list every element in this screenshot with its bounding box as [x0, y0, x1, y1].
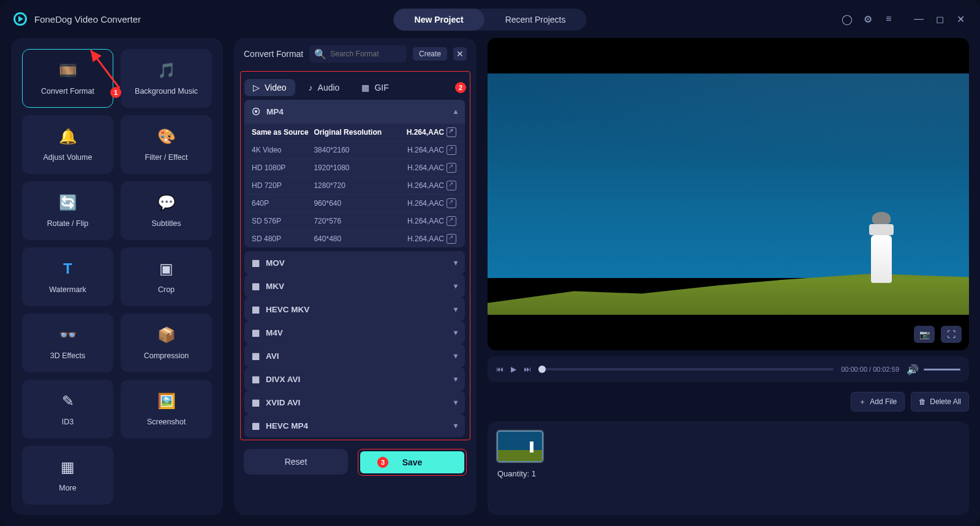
close-window-icon[interactable]: ✕: [954, 13, 967, 25]
tool-watermark[interactable]: T Watermark: [22, 247, 113, 306]
tool-label: ID3: [62, 418, 74, 426]
reset-button[interactable]: Reset: [244, 449, 348, 475]
tool-subtitles[interactable]: 💬 Subtitles: [121, 181, 212, 240]
tool-filter-effect[interactable]: 🎨 Filter / Effect: [121, 115, 212, 174]
tool-screenshot[interactable]: 🖼️ Screenshot: [121, 380, 212, 438]
tool-crop[interactable]: ▣ Crop: [121, 247, 212, 306]
format-preset-row[interactable]: HD 1080P1920*1080H.264,AAC: [244, 159, 465, 176]
format-preset-row[interactable]: HD 720P1280*720H.264,AAC: [244, 176, 465, 194]
preset-resolution: 960*640: [314, 199, 391, 208]
settings-icon[interactable]: ⚙: [862, 13, 874, 25]
format-head[interactable]: ▦MKV▾: [244, 274, 465, 298]
snapshot-icon[interactable]: 📷: [914, 326, 935, 343]
edit-preset-icon[interactable]: [447, 145, 456, 155]
edit-preset-icon[interactable]: [447, 234, 456, 244]
next-track-icon[interactable]: ⏭: [524, 365, 531, 374]
format-head[interactable]: ▦M4V▾: [244, 321, 465, 344]
format-head-mp4[interactable]: ⦿ MP4 ▴: [244, 100, 465, 123]
minimize-icon[interactable]: —: [913, 13, 925, 25]
format-name: HEVC MP4: [266, 421, 308, 430]
chevron-down-icon: ▾: [454, 421, 458, 430]
video-preview: 📷 ⛶: [488, 38, 969, 350]
delete-all-button[interactable]: 🗑 Delete All: [911, 392, 969, 411]
volume-slider[interactable]: [924, 369, 960, 370]
create-button[interactable]: Create: [413, 47, 447, 61]
format-preset-row[interactable]: SD 576P720*576H.264,AAC: [244, 212, 465, 230]
format-hevc-mp4: ▦HEVC MP4▾: [244, 414, 465, 437]
volume-icon[interactable]: 🔊: [907, 364, 919, 375]
account-icon[interactable]: ◯: [841, 13, 853, 25]
format-head[interactable]: ▦AVI▾: [244, 344, 465, 367]
typetab-video[interactable]: ▷ Video: [244, 79, 295, 96]
tool-id3[interactable]: ✎ ID3: [22, 380, 113, 438]
format-head[interactable]: ▦MOV▾: [244, 251, 465, 274]
format-name: MP4: [266, 107, 284, 116]
tool-more[interactable]: ▦ More: [22, 446, 113, 505]
play-icon[interactable]: ▶: [511, 365, 516, 374]
search-format[interactable]: 🔍: [309, 45, 407, 62]
typetab-label: Audio: [318, 83, 340, 92]
glasses-3d-icon: 👓: [57, 326, 79, 344]
typetab-label: Video: [265, 83, 287, 92]
format-file-icon: ⦿: [252, 107, 260, 116]
format-preset-row[interactable]: Same as SourceOriginal ResolutionH.264,A…: [244, 123, 465, 141]
convert-panel: Convert Format 🔍 Create ✕ ▷ Video: [234, 38, 477, 515]
annotation-badge-2: 2: [455, 82, 466, 93]
edit-preset-icon[interactable]: [447, 181, 456, 190]
preset-label: 640P: [252, 199, 314, 208]
tool-compression[interactable]: 📦 Compression: [121, 314, 212, 372]
tool-3d-effects[interactable]: 👓 3D Effects: [22, 314, 113, 372]
annotation-box-2: ▷ Video ♪ Audio ▦ GIF 2: [240, 71, 470, 440]
format-preset-row[interactable]: 640P960*640H.264,AAC: [244, 194, 465, 212]
quantity-label: Quantity: 1: [497, 469, 959, 478]
search-input[interactable]: [330, 50, 422, 58]
format-name: HEVC MKV: [266, 305, 309, 314]
chevron-down-icon: ▾: [454, 375, 458, 383]
tool-background-music[interactable]: 🎵 Background Music: [121, 49, 212, 108]
maximize-icon[interactable]: ◻: [933, 13, 946, 25]
tool-label: Rotate / Flip: [47, 219, 88, 228]
close-panel-icon[interactable]: ✕: [453, 47, 467, 61]
tab-new-project[interactable]: New Project: [394, 9, 484, 31]
format-head[interactable]: ▦HEVC MP4▾: [244, 414, 465, 437]
convert-icon: 🎞️: [57, 61, 79, 80]
add-file-button[interactable]: ＋ Add File: [851, 392, 905, 411]
format-preset-row[interactable]: SD 480P640*480H.264,AAC: [244, 230, 465, 247]
format-file-icon: ▦: [252, 397, 260, 407]
annotation-box-3: 3 Save: [358, 449, 467, 476]
format-divx-avi: ▦DIVX AVI▾: [244, 367, 465, 391]
typetab-gif[interactable]: ▦ GIF: [353, 79, 397, 96]
format-xvid-avi: ▦XVID AVI▾: [244, 391, 465, 414]
menu-icon[interactable]: ≡: [883, 13, 895, 25]
edit-preset-icon[interactable]: [447, 163, 456, 173]
timeline-slider[interactable]: [538, 368, 834, 370]
preset-codec: H.264,AAC: [391, 146, 444, 154]
tool-adjust-volume[interactable]: 🔔 Adjust Volume: [22, 115, 113, 174]
format-head[interactable]: ▦HEVC MKV▾: [244, 298, 465, 321]
fullscreen-icon[interactable]: ⛶: [941, 326, 962, 343]
subtitles-icon: 💬: [156, 193, 178, 212]
file-thumbnail[interactable]: [497, 431, 543, 462]
edit-preset-icon[interactable]: [447, 216, 456, 226]
preset-codec: H.264,AAC: [391, 217, 444, 225]
preset-codec: H.264,AAC: [391, 163, 444, 172]
audio-icon: ♪: [309, 83, 313, 92]
format-head[interactable]: ▦XVID AVI▾: [244, 391, 465, 414]
edit-preset-icon[interactable]: [447, 127, 456, 137]
save-button[interactable]: 3 Save: [360, 451, 464, 473]
format-preset-row[interactable]: 4K Video3840*2160H.264,AAC: [244, 141, 465, 159]
preset-label: HD 720P: [252, 181, 314, 190]
format-avi: ▦AVI▾: [244, 344, 465, 367]
tool-label: Background Music: [135, 87, 198, 96]
trash-icon: 🗑: [919, 397, 926, 406]
time-display: 00:00:00 / 00:02:59: [841, 366, 899, 373]
format-mp4: ⦿ MP4 ▴ Same as SourceOriginal Resolutio…: [244, 100, 465, 247]
tool-convert-format[interactable]: 🎞️ Convert Format: [22, 49, 113, 108]
preset-label: SD 576P: [252, 217, 314, 225]
format-head[interactable]: ▦DIVX AVI▾: [244, 367, 465, 391]
tool-rotate-flip[interactable]: 🔄 Rotate / Flip: [22, 181, 113, 240]
edit-preset-icon[interactable]: [447, 198, 456, 208]
typetab-audio[interactable]: ♪ Audio: [300, 79, 349, 96]
tab-recent-projects[interactable]: Recent Projects: [484, 9, 587, 31]
prev-track-icon[interactable]: ⏮: [496, 365, 503, 374]
